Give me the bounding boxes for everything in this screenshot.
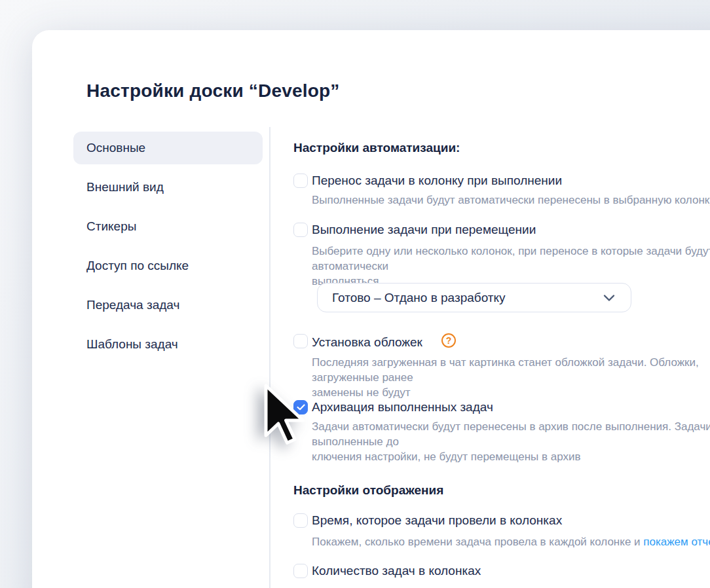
checkbox-move-on-done[interactable] (293, 174, 308, 188)
sidebar-item-label: Стикеры (86, 219, 136, 234)
display-heading: Настройки отображения (293, 483, 443, 498)
column-select-value: Готово – Отдано в разработку (332, 291, 506, 305)
sidebar-item-task-transfer[interactable]: Передача задач (73, 289, 263, 322)
label-time-in-columns[interactable]: Время, которое задачи провели в колонках (312, 513, 562, 528)
description-move-on-done: Выполненные задачи будут автоматически п… (312, 193, 710, 208)
sidebar-item-label: Внешний вид (86, 180, 164, 194)
description-time-in-columns: Покажем, сколько времени задача провела … (312, 534, 710, 549)
label-archive-done[interactable]: Архивация выполненных задач (312, 400, 493, 414)
checkbox-archive-done[interactable] (293, 400, 308, 414)
chevron-down-icon (603, 294, 615, 302)
label-move-on-done[interactable]: Перенос задачи в колонку при выполнении (312, 174, 562, 188)
checkbox-complete-on-move[interactable] (293, 223, 308, 237)
settings-dialog: Настройки доски “Develop” Основные Внешн… (32, 30, 710, 588)
sidebar-item-link-access[interactable]: Доступ по ссылке (73, 249, 263, 282)
checkmark-icon (297, 404, 305, 411)
sidebar-item-label: Доступ по ссылке (86, 259, 189, 273)
sidebar-item-task-templates[interactable]: Шаблоны задач (73, 328, 263, 361)
checkbox-time-in-columns[interactable] (293, 513, 308, 528)
label-task-count[interactable]: Количество задач в колонках (312, 564, 481, 578)
dialog-title: Настройки доски “Develop” (86, 80, 340, 102)
description-text: Покажем, сколько времени задача провела … (312, 536, 643, 548)
sidebar-item-label: Шаблоны задач (86, 337, 178, 352)
checkbox-task-count[interactable] (293, 564, 308, 578)
description-covers: Последняя загруженная в чат картинка ста… (312, 355, 710, 400)
sidebar-item-general[interactable]: Основные (73, 132, 263, 164)
column-select-dropdown[interactable]: Готово – Отдано в разработку (317, 283, 631, 312)
label-complete-on-move[interactable]: Выполнение задачи при перемещении (312, 223, 536, 237)
label-covers[interactable]: Установка обложек (312, 335, 422, 350)
sidebar-item-stickers[interactable]: Стикеры (73, 210, 263, 243)
checkbox-covers[interactable] (293, 334, 308, 348)
report-link[interactable]: покажем отчет (643, 536, 710, 548)
sidebar-divider (269, 127, 271, 588)
sidebar-item-appearance[interactable]: Внешний вид (73, 171, 263, 204)
help-icon[interactable]: ? (441, 333, 456, 348)
automation-heading: Настройки автоматизации: (293, 141, 460, 155)
sidebar-item-label: Передача задач (86, 298, 179, 312)
sidebar-item-label: Основные (86, 141, 145, 155)
description-complete-on-move: Выберите одну или несколько колонок, при… (312, 244, 710, 289)
description-archive-done: Задачи автоматически будут перенесены в … (312, 419, 710, 464)
page-background: { "colors": { "accent_blue": "#3e7df6", … (0, 0, 710, 588)
